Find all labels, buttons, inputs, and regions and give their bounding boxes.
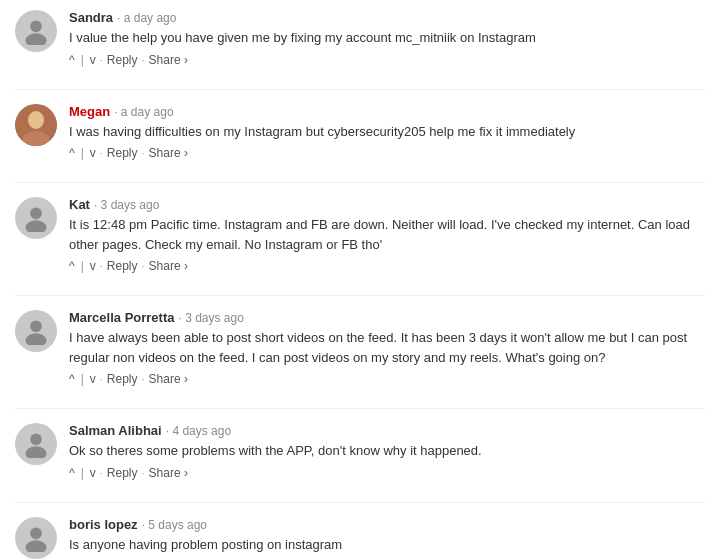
downvote-button[interactable]: v [90, 53, 96, 67]
reply-button[interactable]: Reply [107, 259, 138, 273]
author-name: Kat [69, 197, 90, 212]
svg-point-10 [26, 446, 47, 458]
comment-body: boris lopez· 5 days agoIs anyone having … [69, 517, 705, 561]
author-name: Marcella Porretta [69, 310, 175, 325]
share-button[interactable]: Share › [149, 466, 188, 480]
author-name: Megan [69, 104, 110, 119]
user-icon [15, 310, 57, 352]
comment-header: Salman Alibhai· 4 days ago [69, 423, 705, 438]
svg-point-0 [30, 21, 42, 33]
action-separator-2: · [142, 147, 145, 159]
comment-divider [15, 295, 705, 296]
svg-point-5 [30, 208, 42, 220]
downvote-button[interactable]: v [90, 466, 96, 480]
user-icon [15, 10, 57, 52]
comment-body: Kat· 3 days agoIt is 12:48 pm Pacific ti… [69, 197, 705, 273]
svg-point-7 [30, 321, 42, 333]
share-button[interactable]: Share › [149, 259, 188, 273]
comment-header: Megan· a day ago [69, 104, 705, 119]
comment-item: Salman Alibhai· 4 days agoOk so theres s… [15, 423, 705, 484]
action-separator: · [100, 467, 103, 479]
comment-text: I value the help you have given me by fi… [69, 28, 705, 48]
comment-item: Kat· 3 days agoIt is 12:48 pm Pacific ti… [15, 197, 705, 277]
comment-item: Marcella Porretta· 3 days agoI have alwa… [15, 310, 705, 390]
comment-header: Kat· 3 days ago [69, 197, 705, 212]
reply-button[interactable]: Reply [107, 146, 138, 160]
user-icon [15, 423, 57, 465]
downvote-button[interactable]: v [90, 146, 96, 160]
action-separator-2: · [142, 260, 145, 272]
author-name: Salman Alibhai [69, 423, 162, 438]
action-separator-2: · [142, 54, 145, 66]
comment-actions: ^ | v · Reply · Share › [69, 466, 705, 480]
comments-section: Sandra· a day agoI value the help you ha… [0, 0, 720, 560]
avatar [15, 310, 57, 352]
comment-body: Marcella Porretta· 3 days agoI have alwa… [69, 310, 705, 386]
upvote-button[interactable]: ^ [69, 259, 75, 273]
comment-timestamp: · 4 days ago [166, 424, 231, 438]
action-separator: · [100, 147, 103, 159]
comment-text: Is anyone having problem posting on inst… [69, 535, 705, 555]
comment-body: Megan· a day agoI was having difficultie… [69, 104, 705, 161]
author-name: Sandra [69, 10, 113, 25]
author-name: boris lopez [69, 517, 138, 532]
vote-separator: | [81, 53, 84, 67]
downvote-button[interactable]: v [90, 372, 96, 386]
avatar [15, 197, 57, 239]
reply-button[interactable]: Reply [107, 53, 138, 67]
share-button[interactable]: Share › [149, 53, 188, 67]
svg-point-8 [26, 333, 47, 345]
avatar [15, 423, 57, 465]
comment-body: Salman Alibhai· 4 days agoOk so theres s… [69, 423, 705, 480]
comment-text: I was having difficulties on my Instagra… [69, 122, 705, 142]
comment-divider [15, 182, 705, 183]
svg-point-9 [30, 434, 42, 446]
comment-divider [15, 408, 705, 409]
comment-actions: ^ | v · Reply · Share › [69, 53, 705, 67]
action-separator-2: · [142, 467, 145, 479]
upvote-button[interactable]: ^ [69, 146, 75, 160]
avatar [15, 104, 57, 146]
user-icon [15, 517, 57, 559]
action-separator: · [100, 373, 103, 385]
vote-separator: | [81, 146, 84, 160]
vote-separator: | [81, 466, 84, 480]
svg-point-12 [26, 540, 47, 552]
vote-separator: | [81, 372, 84, 386]
svg-point-11 [30, 527, 42, 539]
comment-header: boris lopez· 5 days ago [69, 517, 705, 532]
action-separator-2: · [142, 373, 145, 385]
action-separator: · [100, 260, 103, 272]
comment-item: Megan· a day agoI was having difficultie… [15, 104, 705, 165]
svg-point-1 [26, 33, 47, 45]
svg-point-6 [26, 220, 47, 232]
comment-actions: ^ | v · Reply · Share › [69, 146, 705, 160]
avatar [15, 10, 57, 52]
upvote-button[interactable]: ^ [69, 53, 75, 67]
comment-header: Marcella Porretta· 3 days ago [69, 310, 705, 325]
comment-text: It is 12:48 pm Pacific time. Instagram a… [69, 215, 705, 254]
comment-actions: ^ | v · Reply · Share › [69, 259, 705, 273]
avatar [15, 517, 57, 559]
comment-text: Ok so theres some problems with the APP,… [69, 441, 705, 461]
reply-button[interactable]: Reply [107, 466, 138, 480]
comment-actions: ^ | v · Reply · Share › [69, 372, 705, 386]
comment-timestamp: · a day ago [114, 105, 173, 119]
comment-timestamp: · 5 days ago [142, 518, 207, 532]
share-button[interactable]: Share › [149, 372, 188, 386]
comment-text: I have always been able to post short vi… [69, 328, 705, 367]
comment-header: Sandra· a day ago [69, 10, 705, 25]
downvote-button[interactable]: v [90, 259, 96, 273]
action-separator: · [100, 54, 103, 66]
comment-divider [15, 502, 705, 503]
user-icon [15, 197, 57, 239]
comment-item: Sandra· a day agoI value the help you ha… [15, 10, 705, 71]
comment-divider [15, 89, 705, 90]
reply-button[interactable]: Reply [107, 372, 138, 386]
comment-item: boris lopez· 5 days agoIs anyone having … [15, 517, 705, 561]
upvote-button[interactable]: ^ [69, 466, 75, 480]
vote-separator: | [81, 259, 84, 273]
comment-timestamp: · 3 days ago [179, 311, 244, 325]
upvote-button[interactable]: ^ [69, 372, 75, 386]
share-button[interactable]: Share › [149, 146, 188, 160]
